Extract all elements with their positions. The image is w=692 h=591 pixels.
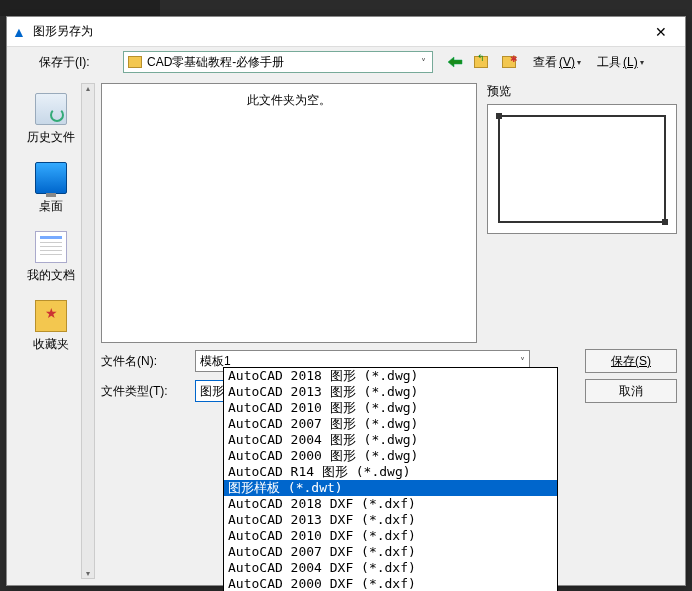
chevron-down-icon: ˅ [419, 57, 428, 68]
cancel-button[interactable]: 取消 [585, 379, 677, 403]
toolbar: 保存于(I): CAD零基础教程-必修手册 ˅ ↰ ✱ 查看(V) ▾ 工具(L… [7, 47, 685, 77]
filename-label: 文件名(N): [101, 353, 187, 370]
file-list[interactable]: 此文件夹为空。 [101, 83, 477, 343]
preview-pane [487, 104, 677, 234]
dropdown-option[interactable]: AutoCAD 2018 DXF (*.dxf) [224, 496, 557, 512]
sidebar-item-history[interactable]: 历史文件 [21, 87, 81, 152]
history-icon [35, 93, 67, 125]
window-title: 图形另存为 [33, 23, 641, 40]
dropdown-option[interactable]: AutoCAD 2010 DXF (*.dxf) [224, 528, 557, 544]
tools-menu-button[interactable]: 工具(L) ▾ [593, 52, 648, 73]
sidebar-item-documents[interactable]: 我的文档 [21, 225, 81, 290]
sidebar-item-desktop[interactable]: 桌面 [21, 156, 81, 221]
toolbar-icons: ↰ ✱ 查看(V) ▾ 工具(L) ▾ [445, 52, 648, 73]
dropdown-option[interactable]: AutoCAD 2000 DXF (*.dxf) [224, 576, 557, 591]
folder-combo[interactable]: CAD零基础教程-必修手册 ˅ [123, 51, 433, 73]
save-button[interactable]: 保存(S) [585, 349, 677, 373]
sidebar-scrollbar[interactable] [81, 83, 95, 579]
places-sidebar: 历史文件 桌面 我的文档 收藏夹 [7, 77, 95, 585]
favorites-icon [35, 300, 67, 332]
dropdown-option[interactable]: AutoCAD 2000 图形 (*.dwg) [224, 448, 557, 464]
dropdown-option[interactable]: AutoCAD R14 图形 (*.dwg) [224, 464, 557, 480]
dropdown-option[interactable]: AutoCAD 2013 DXF (*.dxf) [224, 512, 557, 528]
app-icon: ▲ [11, 24, 27, 40]
new-folder-button[interactable]: ✱ [501, 53, 521, 71]
dropdown-option[interactable]: AutoCAD 2004 图形 (*.dwg) [224, 432, 557, 448]
preview-thumbnail [498, 115, 666, 223]
preview-label: 预览 [487, 83, 677, 100]
view-menu-button[interactable]: 查看(V) ▾ [529, 52, 585, 73]
filetype-label: 文件类型(T): [101, 383, 187, 400]
back-button[interactable] [445, 53, 465, 71]
up-folder-button[interactable]: ↰ [473, 53, 493, 71]
dropdown-option[interactable]: AutoCAD 2007 DXF (*.dxf) [224, 544, 557, 560]
empty-folder-message: 此文件夹为空。 [247, 93, 331, 107]
save-in-label: 保存于(I): [39, 54, 117, 71]
filetype-dropdown[interactable]: AutoCAD 2018 图形 (*.dwg)AutoCAD 2013 图形 (… [223, 367, 558, 591]
chevron-down-icon: ˅ [520, 356, 525, 367]
chevron-down-icon: ▾ [640, 58, 644, 67]
documents-icon [35, 231, 67, 263]
folder-name: CAD零基础教程-必修手册 [147, 54, 284, 71]
sidebar-item-favorites[interactable]: 收藏夹 [21, 294, 81, 359]
dropdown-option[interactable]: AutoCAD 2018 图形 (*.dwg) [224, 368, 557, 384]
dropdown-option[interactable]: AutoCAD 2007 图形 (*.dwg) [224, 416, 557, 432]
dropdown-option[interactable]: AutoCAD 2010 图形 (*.dwg) [224, 400, 557, 416]
desktop-icon [35, 162, 67, 194]
titlebar[interactable]: ▲ 图形另存为 ✕ [7, 17, 685, 47]
dropdown-option[interactable]: 图形样板 (*.dwt) [224, 480, 557, 496]
close-button[interactable]: ✕ [641, 18, 681, 46]
background-app-titlebar [0, 0, 160, 16]
dropdown-option[interactable]: AutoCAD 2004 DXF (*.dxf) [224, 560, 557, 576]
chevron-down-icon: ▾ [577, 58, 581, 67]
folder-icon [128, 56, 142, 68]
dropdown-option[interactable]: AutoCAD 2013 图形 (*.dwg) [224, 384, 557, 400]
